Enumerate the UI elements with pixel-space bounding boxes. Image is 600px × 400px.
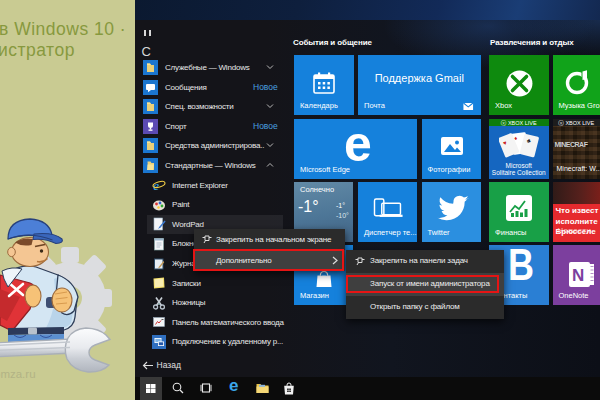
svg-text:e: e	[153, 178, 159, 192]
svg-text:N: N	[572, 266, 584, 285]
